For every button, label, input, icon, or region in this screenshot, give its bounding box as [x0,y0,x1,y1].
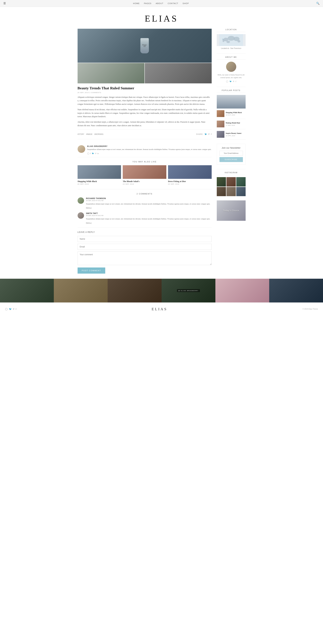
footer-twitter-icon[interactable]: 🐦 [9,308,12,310]
svg-point-5 [226,41,230,43]
about-widget-title: ABOUT ME [217,56,246,60]
related-post-title-3[interactable]: Dress Fitting at Dior [168,180,212,183]
author-avatar-image [78,145,85,153]
popular-post-title-1[interactable]: Shopping While Black [226,112,246,114]
reply-name-input[interactable] [78,236,212,242]
nav-pages[interactable]: PAGES [144,2,152,4]
popular-post-title-2[interactable]: Making Model Hair [226,122,246,124]
popular-post-info-2: Making Model Hair 17 SEP, 2019 [226,122,246,126]
related-post-title-1[interactable]: Shopping While Black [78,180,121,183]
svg-point-4 [238,40,240,42]
sidebar: LOCATION Located at - San Francisco [217,29,246,274]
related-post-image-2 [123,165,166,179]
todays-choice-image[interactable]: Today's Choice [217,200,246,221]
footer-image-5 [215,279,269,302]
main-layout: BloggerGin Beauty Trends That Ruled Summ… [72,29,251,274]
newsletter-widget: Join our Newsletter SUBSCRIBE [217,144,246,165]
nav-shop[interactable]: SHOP [183,2,189,4]
svg-point-7 [222,39,223,40]
related-post-date-1: 26 SEP, 2019 [78,183,121,185]
pinterest-share-icon[interactable]: P [208,133,210,136]
comments-count: 2 COMMENTS [78,189,212,195]
about-twitter-icon[interactable]: 🐦 [230,80,232,82]
main-nav: HOME PAGES ABOUT CONTACT SHOP [133,2,189,5]
related-post-date-3: 20 SEP, 2019 [168,183,212,185]
popular-post-info-3: Inspire Beauty Sumer 16 APR, 2019 [226,132,246,136]
author-bio: Suspendisse ullamcorper neque at orci or… [87,148,212,151]
reply-comment-input[interactable] [78,252,212,265]
related-posts: Shopping While Black 26 SEP, 2019 The Bl… [78,165,212,185]
related-post-image-3 [168,165,212,179]
author-facebook-icon[interactable]: f [90,152,91,154]
newsletter-email-input[interactable] [220,151,243,156]
footer-image-1 [0,279,54,302]
menu-icon[interactable]: ☰ [3,2,6,5]
author-twitter-icon[interactable]: 🐦 [92,152,94,154]
share-icons: 🐦 P f [205,133,212,136]
related-post-image-1 [78,165,121,179]
popular-post-thumb-2 [217,120,224,127]
about-facebook-icon[interactable]: f [236,80,236,82]
article-para-2: Nam eleifend massa id mi dictum, vitae e… [78,108,212,118]
footer-pinterest-icon[interactable]: P [13,308,14,310]
comment-1-author: Richard Thomson [86,197,210,200]
sub-image-right [145,63,212,84]
related-post-title-2[interactable]: The Blonde Salad's [123,180,166,183]
popular-post-info-1: Shopping While Black 16 OCT, 2019 [226,112,246,116]
about-widget: ABOUT ME Hello, my name is Emmy Rassel I… [217,56,246,82]
tag-3[interactable]: #MORNING [94,133,103,135]
author-linkedin-icon[interactable]: in [97,152,99,154]
popular-post-main-image [217,95,246,108]
reply-email-input[interactable] [78,244,212,250]
tag-2[interactable]: #IMAGE [86,133,92,135]
twitter-share-icon[interactable]: 🐦 [205,133,207,136]
popular-post-date-1: 16 OCT, 2019 [226,114,246,116]
about-instagram-icon[interactable]: ◯ [226,80,228,82]
footer-image-3 [108,279,161,302]
tag-1[interactable]: #STORY [78,133,84,135]
gin-bottle-graphic: BloggerGin [140,38,149,53]
instagram-image-6[interactable] [236,187,246,196]
comment-2-reply[interactable]: REPLY [86,222,92,224]
comment-1-avatar [78,197,84,204]
popular-post-item-1: Shopping While Black 16 OCT, 2019 [217,110,246,119]
site-logo: ELIAS [3,14,320,24]
subscribe-button[interactable]: SUBSCRIBE [220,157,243,162]
nav-contact[interactable]: CONTACT [168,2,178,4]
footer-instagram-icon[interactable]: ◯ [5,308,8,310]
about-avatar-image [226,62,236,72]
nav-about[interactable]: ABOUT [156,2,163,4]
comment-1-reply[interactable]: REPLY [86,207,92,208]
nav-home[interactable]: HOME [133,2,140,4]
facebook-share-icon[interactable]: f [211,133,212,136]
instagram-image-1[interactable] [217,177,226,186]
author-info: ELIAS BRADBERRY Suspendisse ullamcorper … [87,145,212,154]
popular-post-date-3: 16 APR, 2019 [226,135,246,136]
instagram-image-3[interactable] [236,177,246,186]
popular-posts-widget: POPULAR POSTS Shopping While Black 16 OC… [217,90,246,140]
article-body: Aliquam scelerisque euismod congue. Inte… [78,96,212,127]
comment-2-date: 28 SEP, 2019 AT 8:41 AM [86,215,210,216]
comment-2-content: Smith Taft 28 SEP, 2019 AT 8:41 AM Suspe… [86,212,210,224]
instagram-image-2[interactable] [226,177,236,186]
author-socials: ◯ f 🐦 P in [87,152,212,154]
popular-post-title-3[interactable]: Inspire Beauty Sumer [226,132,246,134]
search-icon[interactable]: 🔍 [316,2,320,5]
site-title-area: ELIAS [0,7,323,29]
share-area: SHARE 🐦 P f [196,133,212,136]
author-name: ELIAS BRADBERRY [87,145,212,147]
author-pinterest-icon[interactable]: P [95,152,96,154]
author-instagram-icon[interactable]: ◯ [87,152,89,154]
share-label: SHARE [196,133,203,135]
popular-post-item-2: Making Model Hair 17 SEP, 2019 [217,120,246,129]
comment-1-text: Suspendisse ullamcorper neque at orci or… [86,202,210,206]
post-comment-button[interactable]: POST COMMENT [78,268,105,274]
footer-facebook-icon[interactable]: f [16,308,16,310]
instagram-image-4[interactable] [217,187,226,196]
instagram-image-5[interactable] [226,187,236,196]
about-pinterest-icon[interactable]: P [233,80,234,82]
popular-post-item-3: Inspire Beauty Sumer 16 APR, 2019 [217,131,246,140]
footer-image-6 [269,279,323,302]
article-meta: 26 SEP, 2019 2 COMMENTS [78,92,212,94]
instagram-widget: INSTAGRAM [217,172,246,196]
